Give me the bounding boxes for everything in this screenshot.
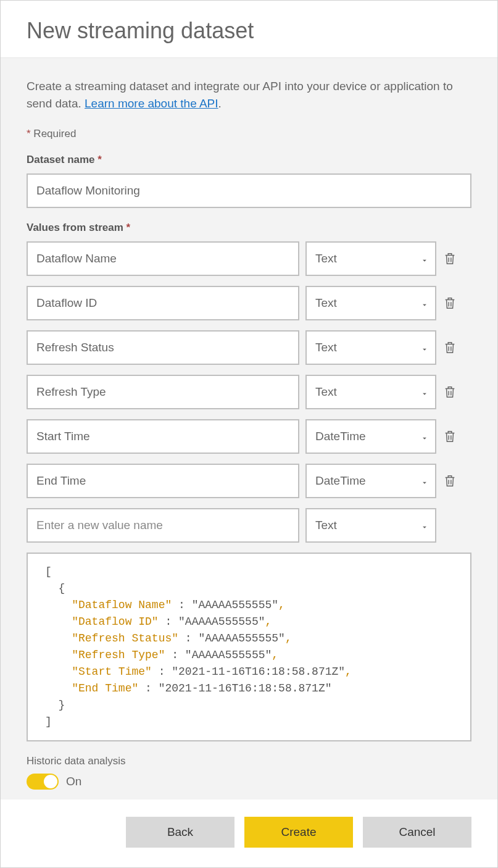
dialog-body: Create a streaming dataset and integrate… [1,58,497,799]
dataset-name-input[interactable] [27,173,471,208]
stream-row: Text [27,241,471,276]
intro-after: . [218,97,222,110]
learn-more-link[interactable]: Learn more about the API [85,97,218,110]
stream-value-type-select[interactable]: Text [305,241,436,276]
chevron-down-icon [420,343,429,352]
dataset-name-label: Dataset name * [27,154,471,166]
stream-type-text: DateTime [315,430,366,443]
stream-value-type-select[interactable]: Text [305,330,436,365]
intro-text: Create a streaming dataset and integrate… [27,78,471,112]
stream-value-name-input[interactable] [27,419,299,454]
stream-row: Text [27,330,471,365]
historic-toggle[interactable] [27,774,59,790]
stream-row: DateTime [27,464,471,498]
stream-type-text: Text [315,385,337,399]
chevron-down-icon [420,299,429,307]
delete-icon[interactable] [442,384,457,400]
stream-type-text: DateTime [315,474,366,488]
chevron-down-icon [420,477,429,485]
stream-value-type-select[interactable]: Text [305,375,436,409]
stream-row: Text [27,286,471,320]
stream-row: DateTime [27,419,471,454]
delete-icon[interactable] [442,473,457,489]
json-preview: [ { "Dataflow Name" : "AAAAA555555", "Da… [27,553,471,741]
stream-type-text: Text [315,519,337,532]
chevron-down-icon [420,388,429,396]
create-button[interactable]: Create [244,817,353,848]
stream-value-name-input[interactable] [27,286,299,320]
back-button[interactable]: Back [126,817,234,848]
chevron-down-icon [420,521,429,530]
stream-rows: TextTextTextTextDateTimeDateTimeText [27,241,471,543]
cancel-button[interactable]: Cancel [363,817,471,848]
historic-label: Historic data analysis [27,755,471,767]
stream-value-name-input[interactable] [27,464,299,498]
stream-value-name-input[interactable] [27,330,299,365]
required-note: * Required [27,128,471,140]
historic-toggle-row: On [27,774,471,790]
stream-row-new: Text [27,508,471,543]
required-label: Required [33,128,76,140]
stream-value-name-input[interactable] [27,375,299,409]
stream-type-text: Text [315,341,337,354]
historic-state-text: On [66,775,81,788]
stream-type-text: Text [315,252,337,265]
stream-value-name-input-new[interactable] [27,508,299,543]
values-from-stream-label: Values from stream * [27,222,471,234]
chevron-down-icon [420,254,429,263]
stream-row: Text [27,375,471,409]
required-asterisk: * [127,222,131,233]
stream-value-name-input[interactable] [27,241,299,276]
delete-icon[interactable] [442,428,457,444]
page-title: New streaming dataset [27,18,471,44]
stream-value-type-select[interactable]: DateTime [305,419,436,454]
delete-icon[interactable] [442,340,457,356]
stream-value-type-select[interactable]: Text [305,508,436,543]
required-asterisk: * [98,154,102,165]
chevron-down-icon [420,432,429,441]
stream-type-text: Text [315,296,337,310]
delete-icon[interactable] [442,295,457,311]
dialog-footer: Back Create Cancel [1,799,497,867]
required-asterisk: * [27,128,31,140]
stream-value-type-select[interactable]: Text [305,286,436,320]
dialog-header: New streaming dataset [1,1,497,58]
toggle-knob [44,775,57,788]
stream-value-type-select[interactable]: DateTime [305,464,436,498]
delete-icon[interactable] [442,251,457,267]
